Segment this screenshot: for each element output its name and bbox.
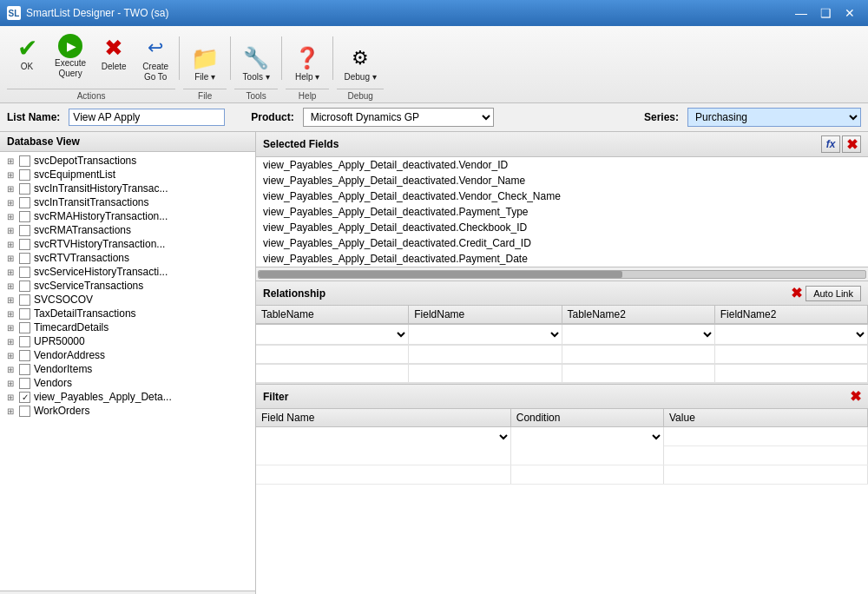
file-button[interactable]: 📁 File ▾ xyxy=(183,40,227,87)
tree-item[interactable]: ⊞ svcEquipmentList xyxy=(0,168,255,182)
auto-link-button[interactable]: Auto Link xyxy=(806,286,861,301)
tree-expand-icon[interactable]: ⊞ xyxy=(7,393,17,402)
product-select[interactable]: Microsoft Dynamics GP xyxy=(303,108,494,127)
tree-item-label: TaxDetailTransactions xyxy=(34,307,136,320)
rel-r1-c3 xyxy=(562,325,715,345)
tree-expand-icon[interactable]: ⊞ xyxy=(7,295,17,305)
debug-button[interactable]: ⚙ Debug ▾ xyxy=(337,40,384,87)
field-item[interactable]: view_Payables_Apply_Detail_deactivated.V… xyxy=(256,173,868,188)
tree-expand-icon[interactable]: ⊞ xyxy=(7,281,17,291)
tree-item[interactable]: ⊞ WorkOrders xyxy=(0,404,255,418)
create-goto-button[interactable]: ↩ CreateGo To xyxy=(135,30,175,87)
tree-item[interactable]: ⊞ svcRMAHistoryTransaction... xyxy=(0,209,255,223)
tree-checkbox[interactable] xyxy=(19,253,30,264)
tree-item-label: WorkOrders xyxy=(34,405,89,417)
tools-button[interactable]: 🔧 Tools ▾ xyxy=(234,40,278,87)
tree-checkbox[interactable] xyxy=(19,322,30,333)
tools-icon: 🔧 xyxy=(242,44,270,72)
minimize-button[interactable]: — xyxy=(790,3,812,23)
tree-item[interactable]: ⊞ svcRTVHistoryTransaction... xyxy=(0,237,255,251)
field-item[interactable]: view_Payables_Apply_Detail_deactivated.C… xyxy=(256,220,868,235)
fields-hscroll[interactable] xyxy=(256,267,868,281)
tree-item[interactable]: ⊞ svcInTransitTransactions xyxy=(0,195,255,209)
field-item[interactable]: view_Payables_Apply_Detail_deactivated.V… xyxy=(256,157,868,173)
tree-checkbox[interactable] xyxy=(19,225,30,236)
tree-expand-icon[interactable]: ⊞ xyxy=(7,337,17,346)
delete-button[interactable]: ✖ Delete xyxy=(94,30,134,87)
tree-expand-icon[interactable]: ⊞ xyxy=(7,351,17,360)
help-button[interactable]: ❓ Help ▾ xyxy=(286,40,329,87)
close-button[interactable]: ✕ xyxy=(838,3,861,23)
field-item[interactable]: view_Payables_Apply_Detail_deactivated.C… xyxy=(256,235,868,251)
fields-clear-button[interactable]: ✖ xyxy=(842,135,861,153)
fields-hscroll-track[interactable] xyxy=(258,270,866,279)
field-item[interactable]: view_Payables_Apply_Detail_deactivated.P… xyxy=(256,251,868,267)
tree-item[interactable]: ⊞ VendorAddress xyxy=(0,348,255,362)
tree-expand-icon[interactable]: ⊞ xyxy=(7,254,17,263)
tree-item[interactable]: ⊞ TaxDetailTransactions xyxy=(0,307,255,320)
tree-checkbox[interactable]: ✓ xyxy=(19,392,30,403)
field-item[interactable]: view_Payables_Apply_Detail_deactivated.V… xyxy=(256,188,868,204)
restore-button[interactable]: ❑ xyxy=(814,3,837,23)
tree-expand-icon[interactable]: ⊞ xyxy=(7,267,17,277)
fields-hscroll-thumb xyxy=(259,271,622,278)
tree-item[interactable]: ⊞ svcDepotTransactions xyxy=(0,154,255,168)
tree-expand-icon[interactable]: ⊞ xyxy=(7,226,17,235)
field-item[interactable]: view_Payables_Apply_Detail_deactivated.P… xyxy=(256,204,868,220)
tree-item[interactable]: ⊞ SVCSOCOV xyxy=(0,293,255,307)
tree-item[interactable]: ⊞ UPR50000 xyxy=(0,334,255,348)
tree-expand-icon[interactable]: ⊞ xyxy=(7,406,17,416)
tree-expand-icon[interactable]: ⊞ xyxy=(7,240,17,249)
tree-checkbox[interactable] xyxy=(19,294,30,306)
execute-query-button[interactable]: ▶ ExecuteQuery xyxy=(49,30,92,87)
tree-checkbox[interactable] xyxy=(19,406,30,417)
debug-label: Debug ▾ xyxy=(345,72,377,82)
toolbar-group-debug: ⚙ Debug ▾ Debug xyxy=(337,40,384,102)
database-hscroll[interactable] xyxy=(0,591,255,594)
tree-checkbox[interactable] xyxy=(19,169,30,181)
tree-checkbox[interactable] xyxy=(19,267,30,278)
fields-list[interactable]: view_Payables_Apply_Detail_deactivated.V… xyxy=(256,157,868,267)
tree-item[interactable]: ⊞ Vendors xyxy=(0,376,255,390)
filter-grid-header: Field Name Condition Value xyxy=(256,409,868,427)
tree-checkbox[interactable] xyxy=(19,155,30,167)
series-select[interactable]: Purchasing xyxy=(687,108,861,127)
right-panel: Selected Fields fx ✖ view_Payables_Apply… xyxy=(256,132,868,594)
tree-expand-icon[interactable]: ⊞ xyxy=(7,212,17,221)
fx-button[interactable]: fx xyxy=(821,135,840,153)
tree-checkbox[interactable] xyxy=(19,308,30,320)
tree-item-label: svcRTVHistoryTransaction... xyxy=(34,238,165,250)
tree-checkbox[interactable] xyxy=(19,280,30,292)
tree-checkbox[interactable] xyxy=(19,378,30,389)
tree-item[interactable]: ⊞ svcServiceHistoryTransacti... xyxy=(0,265,255,279)
tree-expand-icon[interactable]: ⊞ xyxy=(7,379,17,388)
tree-checkbox[interactable] xyxy=(19,211,30,222)
filter-r1-c3 xyxy=(664,427,868,446)
tree-checkbox[interactable] xyxy=(19,197,30,208)
filter-header: Filter ✖ xyxy=(256,385,868,409)
tree-checkbox[interactable] xyxy=(19,350,30,361)
tree-item[interactable]: ⊞ svcInTransitHistoryTransac... xyxy=(0,182,255,195)
tree-checkbox[interactable] xyxy=(19,336,30,347)
tree-item[interactable]: ⊞ ✓ view_Payables_Apply_Deta... xyxy=(0,390,255,404)
tree-checkbox[interactable] xyxy=(19,239,30,250)
ok-button[interactable]: ✔ OK xyxy=(7,30,47,87)
tree-expand-icon[interactable]: ⊞ xyxy=(7,184,17,194)
tree-expand-icon[interactable]: ⊞ xyxy=(7,323,17,333)
tree-item[interactable]: ⊞ TimecardDetails xyxy=(0,320,255,334)
tree-item[interactable]: ⊞ VendorItems xyxy=(0,362,255,376)
tree-expand-icon[interactable]: ⊞ xyxy=(7,198,17,208)
tree-expand-icon[interactable]: ⊞ xyxy=(7,156,17,166)
tree-item[interactable]: ⊞ svcServiceTransactions xyxy=(0,279,255,293)
tree-item[interactable]: ⊞ svcRMATransactions xyxy=(0,223,255,237)
tree-expand-icon[interactable]: ⊞ xyxy=(7,365,17,374)
tree-expand-icon[interactable]: ⊞ xyxy=(7,309,17,319)
tree-item-label: VendorAddress xyxy=(34,349,105,361)
tree-expand-icon[interactable]: ⊞ xyxy=(7,170,17,180)
tree-checkbox[interactable] xyxy=(19,183,30,195)
tree-item[interactable]: ⊞ svcRTVTransactions xyxy=(0,251,255,265)
listname-input[interactable] xyxy=(69,109,225,126)
database-tree[interactable]: ⊞ svcDepotTransactions ⊞ svcEquipmentLis… xyxy=(0,152,255,591)
filter-col-fieldname: Field Name xyxy=(256,409,511,426)
tree-checkbox[interactable] xyxy=(19,364,30,375)
